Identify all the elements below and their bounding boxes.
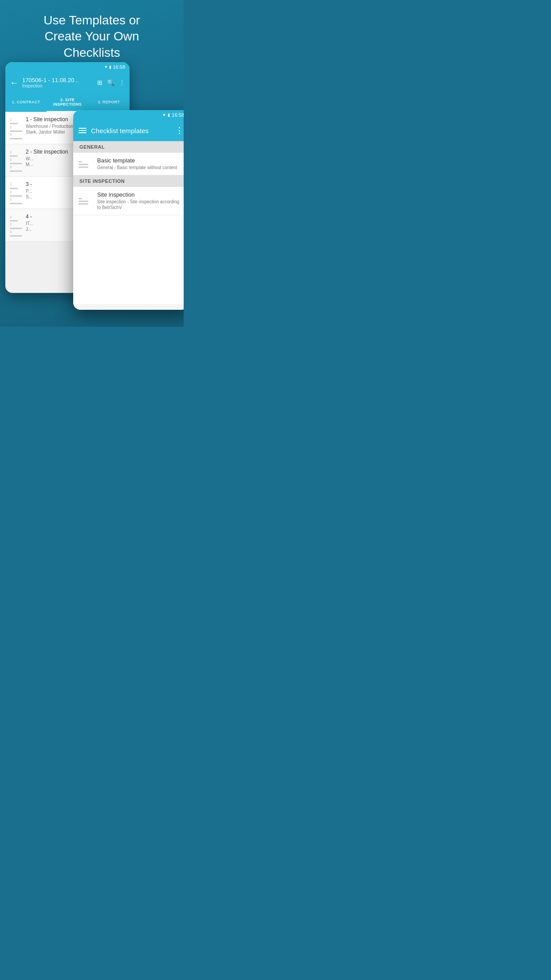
search-icon[interactable]: 🔍 [107, 79, 114, 86]
template-content-site: Site inspection Site inspection - Site i… [97, 191, 183, 210]
front-wifi-icon: ▼ [162, 113, 166, 117]
tab-report[interactable]: 3. REPORT [88, 93, 130, 112]
back-tabs: 1. CONTRACT 2. SITEINSPECTIONS 3. REPORT [5, 93, 130, 112]
item-icon-1: 1 2 3 [10, 116, 22, 139]
section-general-label: GENERAL [79, 144, 105, 150]
more-icon[interactable]: ⋮ [119, 79, 125, 86]
item-icon-2: 1 2 3 [10, 149, 22, 172]
tab-contract[interactable]: 1. CONTRACT [5, 93, 47, 112]
front-more-icon[interactable]: ⋮ [175, 126, 183, 135]
phone-front: ▼ ▮ 16:58 Checklist templates ⋮ GENERAL [73, 110, 184, 310]
template-desc-site: Site inspection - Site inspection accord… [97, 199, 183, 210]
front-status-bar: ▼ ▮ 16:58 [73, 110, 184, 120]
template-item-basic[interactable]: Basic template General - Basic template … [73, 153, 184, 175]
headline-line2: Create Your Own [44, 29, 139, 43]
template-content-basic: Basic template General - Basic template … [97, 157, 183, 170]
back-time: 16:58 [113, 64, 125, 70]
template-title-site: Site inspection [97, 191, 183, 198]
template-title-basic: Basic template [97, 157, 183, 164]
template-icon-site [79, 197, 93, 205]
background: Use Templates or Create Your Own Checkli… [0, 0, 184, 327]
template-icon-basic [79, 160, 93, 168]
back-toolbar-subtitle: Inspection [22, 83, 94, 88]
headline-line1: Use Templates or [43, 13, 140, 27]
back-button[interactable]: ← [10, 78, 19, 88]
section-general: GENERAL [73, 141, 184, 153]
tab-contract-label: 1. CONTRACT [12, 100, 40, 104]
back-toolbar: ← 170506-1 - 11.08.20... Inspection ⊞ 🔍 … [5, 72, 130, 93]
back-status-icons: ▼ ▮ 16:58 [104, 64, 125, 70]
front-time: 16:58 [172, 112, 184, 118]
hamburger-menu-button[interactable] [79, 128, 87, 133]
tab-report-label: 3. REPORT [98, 100, 120, 104]
back-toolbar-title: 170506-1 - 11.08.20... [22, 77, 94, 83]
section-site-inspection: SITE INSPECTION [73, 175, 184, 187]
template-desc-basic: General - Basic template without content [97, 165, 183, 170]
tab-site-inspections[interactable]: 2. SITEINSPECTIONS [47, 93, 88, 112]
headline: Use Templates or Create Your Own Checkli… [0, 0, 184, 70]
item-icon-4: 1 2 3 [10, 213, 22, 237]
front-battery-icon: ▮ [168, 113, 170, 117]
battery-icon: ▮ [109, 65, 111, 69]
tab-site-label: 2. SITEINSPECTIONS [53, 98, 82, 107]
back-toolbar-actions: ⊞ 🔍 ⋮ [97, 79, 125, 86]
front-toolbar-title: Checklist templates [91, 127, 171, 134]
front-bottom-area [73, 215, 184, 304]
item-icon-3: 1 2 3 [10, 181, 22, 204]
front-toolbar: Checklist templates ⋮ [73, 120, 184, 141]
wifi-icon: ▼ [104, 65, 108, 69]
back-status-bar: ▼ ▮ 16:58 [5, 62, 130, 72]
back-title-group: 170506-1 - 11.08.20... Inspection [22, 77, 94, 88]
hierarchy-icon[interactable]: ⊞ [97, 79, 102, 86]
headline-line3: Checklists [63, 46, 120, 59]
section-site-inspection-label: SITE INSPECTION [79, 178, 125, 184]
template-item-site[interactable]: Site inspection Site inspection - Site i… [73, 187, 184, 215]
